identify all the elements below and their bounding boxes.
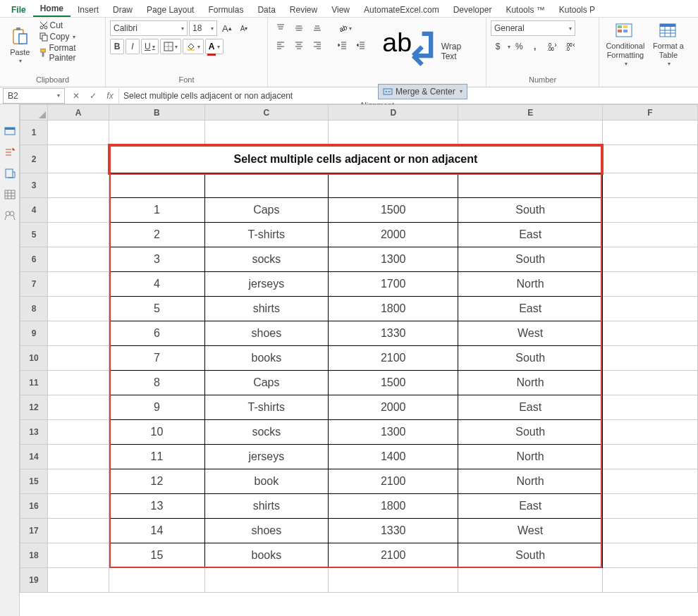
- name-box[interactable]: B2▾: [3, 88, 65, 104]
- cell-E5[interactable]: East: [458, 223, 602, 247]
- rail-icon-4[interactable]: [4, 189, 16, 200]
- cell-D7[interactable]: 1700: [328, 272, 458, 297]
- cell-F13[interactable]: [602, 420, 697, 445]
- cell-E15[interactable]: North: [458, 469, 602, 494]
- cell-F4[interactable]: [602, 198, 697, 223]
- worksheet[interactable]: ABCDEF12Select multiple cells adjacent o…: [20, 104, 698, 616]
- align-center-button[interactable]: [290, 37, 307, 53]
- cell-B13[interactable]: 10: [109, 420, 205, 445]
- col-header-A[interactable]: A: [48, 105, 109, 121]
- cell-A13[interactable]: [48, 420, 109, 445]
- cell-B5[interactable]: 2: [109, 223, 205, 247]
- cell-F8[interactable]: [602, 297, 697, 321]
- cell-C17[interactable]: shoes: [204, 519, 328, 543]
- row-header-3[interactable]: 3: [20, 173, 48, 198]
- cell-A1[interactable]: [48, 121, 109, 145]
- cell-C3[interactable]: Items: [204, 173, 328, 198]
- cell-E4[interactable]: South: [458, 198, 602, 223]
- cell-A8[interactable]: [48, 297, 109, 321]
- tab-file[interactable]: File: [4, 2, 33, 17]
- cell-B9[interactable]: 6: [109, 321, 205, 346]
- cell-B17[interactable]: 14: [109, 519, 205, 543]
- cell-F17[interactable]: [602, 519, 697, 543]
- cell-A5[interactable]: [48, 223, 109, 247]
- cell-B8[interactable]: 5: [109, 297, 205, 321]
- cell-D18[interactable]: 2100: [328, 543, 458, 568]
- increase-decimal-button[interactable]: .0.00: [544, 39, 561, 54]
- tab-kutoolsplus[interactable]: Kutools P: [552, 2, 602, 17]
- decrease-decimal-button[interactable]: .00.0: [562, 39, 579, 54]
- rail-icon-5[interactable]: [4, 210, 16, 221]
- row-header-18[interactable]: 18: [20, 543, 48, 568]
- tab-kutools[interactable]: Kutools ™: [498, 2, 551, 17]
- row-header-4[interactable]: 4: [20, 198, 48, 223]
- cell-C16[interactable]: shirts: [204, 494, 328, 519]
- conditional-formatting-button[interactable]: Conditional Formatting▾: [604, 20, 647, 70]
- cell-F19[interactable]: [602, 568, 697, 593]
- cell-C8[interactable]: shirts: [204, 297, 328, 321]
- row-header-10[interactable]: 10: [20, 346, 48, 371]
- cell-A14[interactable]: [48, 445, 109, 469]
- cell-C10[interactable]: books: [204, 346, 328, 371]
- row-header-12[interactable]: 12: [20, 395, 48, 420]
- tab-automate[interactable]: AutomateExcel.com: [357, 2, 446, 17]
- cell-F12[interactable]: [602, 395, 697, 420]
- font-name-select[interactable]: Calibri▾: [110, 20, 188, 36]
- cell-C14[interactable]: jerseys: [204, 445, 328, 469]
- copy-button[interactable]: Copy▾: [39, 32, 101, 42]
- cell-F11[interactable]: [602, 371, 697, 395]
- cell-A4[interactable]: [48, 198, 109, 223]
- cell-D5[interactable]: 2000: [328, 223, 458, 247]
- row-header-6[interactable]: 6: [20, 247, 48, 272]
- cell-E13[interactable]: South: [458, 420, 602, 445]
- cell-D12[interactable]: 2000: [328, 395, 458, 420]
- align-left-button[interactable]: [272, 37, 289, 53]
- tab-view[interactable]: View: [324, 2, 357, 17]
- underline-button[interactable]: U▾: [141, 39, 159, 54]
- cell-F14[interactable]: [602, 445, 697, 469]
- cell-C11[interactable]: Caps: [204, 371, 328, 395]
- row-header-13[interactable]: 13: [20, 420, 48, 445]
- cell-B11[interactable]: 8: [109, 371, 205, 395]
- cell-C1[interactable]: [204, 121, 328, 145]
- col-header-C[interactable]: C: [204, 105, 328, 121]
- align-top-button[interactable]: [272, 20, 289, 36]
- cell-E18[interactable]: South: [458, 543, 602, 568]
- cell-D10[interactable]: 2100: [328, 346, 458, 371]
- insert-function-button[interactable]: fx: [102, 88, 118, 104]
- font-size-select[interactable]: 18▾: [189, 20, 217, 36]
- format-as-table-button[interactable]: Format a Table▾: [650, 20, 687, 70]
- font-color-button[interactable]: A▾: [205, 39, 224, 54]
- cell-D6[interactable]: 1300: [328, 247, 458, 272]
- formula-input[interactable]: Select multiple cells adjacent or non ad…: [118, 88, 698, 104]
- cell-A12[interactable]: [48, 395, 109, 420]
- col-header-F[interactable]: F: [602, 105, 697, 121]
- fill-color-button[interactable]: ▾: [183, 39, 204, 54]
- increase-font-button[interactable]: A▴: [219, 20, 235, 36]
- row-header-16[interactable]: 16: [20, 494, 48, 519]
- cell-A19[interactable]: [48, 568, 109, 593]
- percent-button[interactable]: %: [512, 39, 527, 54]
- cell-D15[interactable]: 2100: [328, 469, 458, 494]
- comma-button[interactable]: ,: [528, 39, 542, 54]
- cell-A2[interactable]: [48, 145, 109, 173]
- cell-C6[interactable]: socks: [204, 247, 328, 272]
- cell-B3[interactable]: Sr. #: [109, 173, 205, 198]
- row-header-17[interactable]: 17: [20, 519, 48, 543]
- orientation-button[interactable]: ab▾: [334, 20, 355, 36]
- cell-B14[interactable]: 11: [109, 445, 205, 469]
- cell-D9[interactable]: 1330: [328, 321, 458, 346]
- cell-A10[interactable]: [48, 346, 109, 371]
- bold-button[interactable]: B: [110, 39, 124, 54]
- cell-F5[interactable]: [602, 223, 697, 247]
- tab-home[interactable]: Home: [33, 1, 71, 17]
- cell-A3[interactable]: [48, 173, 109, 198]
- cell-C7[interactable]: jerseys: [204, 272, 328, 297]
- cell-E6[interactable]: South: [458, 247, 602, 272]
- cell-F7[interactable]: [602, 272, 697, 297]
- tab-data[interactable]: Data: [250, 2, 282, 17]
- cell-A11[interactable]: [48, 371, 109, 395]
- col-header-E[interactable]: E: [458, 105, 602, 121]
- tab-review[interactable]: Review: [283, 2, 324, 17]
- cell-F3[interactable]: [602, 173, 697, 198]
